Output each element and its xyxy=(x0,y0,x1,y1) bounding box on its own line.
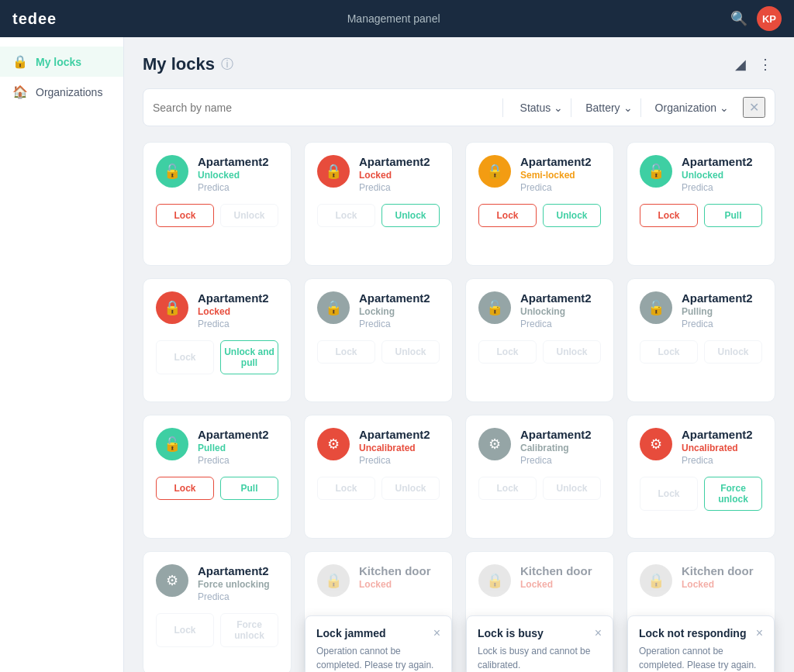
card-btn-unlock-and-pull[interactable]: Unlock and pull xyxy=(220,340,278,374)
card-top: 🔓 Apartament2 Unlocking Predica xyxy=(478,291,601,329)
filter-divider xyxy=(502,98,503,117)
card-name: Apartament2 xyxy=(520,155,601,168)
lock-card: 🔒 Apartament2 Locked Predica LockUnlock … xyxy=(143,278,292,402)
popup-close-btn[interactable]: × xyxy=(433,627,440,639)
lock-card: 🔓 Apartament2 Unlocked Predica LockPull xyxy=(627,142,775,266)
card-btn-unlock: Unlock xyxy=(543,340,601,364)
card-btn-unlock: Unlock xyxy=(543,477,601,500)
card-org: Predica xyxy=(520,182,601,193)
card-top: 🔒 Kitchen door Locked xyxy=(317,564,440,597)
card-buttons: LockUnlock xyxy=(317,204,440,227)
card-info: Apartament2 Unlocked Predica xyxy=(682,155,762,193)
card-buttons: LockPull xyxy=(640,204,762,227)
popup-title: Lock jammed xyxy=(316,627,385,639)
page-title-row: My locks ⓘ xyxy=(143,54,233,74)
card-status: Unlocking xyxy=(520,306,601,317)
lock-icon: 🔒 xyxy=(478,155,511,188)
card-info: Kitchen door Locked xyxy=(520,564,601,591)
card-org: Predica xyxy=(520,319,601,329)
card-status: Pulled xyxy=(198,443,278,453)
logo: tedee xyxy=(12,10,57,28)
card-btn-lock: Lock xyxy=(156,613,214,647)
chevron-down-icon: ⌄ xyxy=(623,102,633,114)
card-info: Apartament2 Locked Predica xyxy=(359,155,440,193)
topnav-right: 🔍 KP xyxy=(730,6,782,31)
popup-title: Lock is busy xyxy=(478,627,544,639)
card-btn-pull[interactable]: Pull xyxy=(220,477,278,500)
card-top: 🔒 Apartament2 Semi-locked Predica xyxy=(478,155,601,193)
card-org: Predica xyxy=(198,455,278,466)
card-buttons: LockUnlock xyxy=(478,477,601,500)
card-popup: Lock jammed × Operation cannot be comple… xyxy=(305,615,452,672)
card-info: Apartament2 Calibrating Predica xyxy=(520,428,601,466)
card-name: Apartament2 xyxy=(682,428,762,441)
organization-filter[interactable]: Organization ⌄ xyxy=(647,98,737,117)
card-name: Apartament2 xyxy=(520,428,601,441)
card-btn-lock[interactable]: Lock xyxy=(640,204,698,227)
card-buttons: LockUnlock xyxy=(317,340,440,364)
lock-icon: 🔒 xyxy=(640,564,672,597)
info-icon[interactable]: ⓘ xyxy=(221,57,233,73)
card-org: Predica xyxy=(520,455,601,466)
popup-text: Operation cannot be completed. Please tr… xyxy=(316,644,440,672)
avatar[interactable]: KP xyxy=(757,6,782,31)
lock-icon: ⚙ xyxy=(478,428,511,460)
card-btn-lock[interactable]: Lock xyxy=(156,204,214,227)
card-btn-lock[interactable]: Lock xyxy=(478,204,537,227)
home-icon: 🏠 xyxy=(12,84,28,99)
card-btn-unlock[interactable]: Unlock xyxy=(381,204,440,227)
card-org: Predica xyxy=(682,319,762,329)
card-btn-lock: Lock xyxy=(640,340,698,364)
card-top: 🔓 Apartament2 Pulled Predica xyxy=(156,428,278,466)
card-name: Kitchen door xyxy=(359,564,440,577)
card-info: Apartament2 Pulled Predica xyxy=(198,428,278,466)
card-status: Semi-locked xyxy=(520,170,601,181)
card-btn-lock: Lock xyxy=(317,204,375,227)
search-icon[interactable]: 🔍 xyxy=(730,10,747,27)
popup-title-row: Lock jammed × xyxy=(316,627,440,639)
filter-icon-btn[interactable]: ◢ xyxy=(732,53,749,76)
card-info: Apartament2 Uncalibrated Predica xyxy=(359,428,440,466)
card-btn-pull[interactable]: Pull xyxy=(704,204,762,227)
card-info: Apartament2 Locking Predica xyxy=(359,291,440,329)
lock-card: 🔒 Apartament2 Locking Predica LockUnlock xyxy=(304,278,453,402)
card-buttons: LockUnlock xyxy=(156,204,278,227)
more-options-btn[interactable]: ⋮ xyxy=(755,53,775,76)
card-buttons: LockUnlock xyxy=(640,340,762,364)
battery-filter[interactable]: Battery ⌄ xyxy=(578,98,640,117)
lock-icon: 🔓 xyxy=(640,291,672,324)
lock-card: 🔒 Kitchen door Locked Lock is busy × Loc… xyxy=(465,551,614,672)
card-org: Predica xyxy=(198,591,278,602)
card-top: ⚙ Apartament2 Uncalibrated Predica xyxy=(640,428,762,466)
card-info: Kitchen door Locked xyxy=(359,564,440,591)
page-header: My locks ⓘ ◢ ⋮ xyxy=(143,53,775,76)
lock-icon: 🔒 xyxy=(478,564,511,597)
card-name: Apartament2 xyxy=(198,155,278,168)
card-name: Kitchen door xyxy=(682,564,762,577)
card-btn-lock: Lock xyxy=(317,477,375,500)
status-filter[interactable]: Status ⌄ xyxy=(513,98,572,117)
lock-card: 🔒 Kitchen door Locked Lock not respondin… xyxy=(627,551,775,672)
sidebar-item-my-locks[interactable]: 🔒 My locks xyxy=(0,47,123,77)
sidebar-item-organizations[interactable]: 🏠 Organizations xyxy=(0,77,123,107)
filter-clear-btn[interactable]: ✕ xyxy=(743,97,765,118)
card-btn-force-unlock: Force unlock xyxy=(220,613,278,647)
card-btn-unlock[interactable]: Unlock xyxy=(543,204,601,227)
card-top: 🔓 Apartament2 Pulling Predica xyxy=(640,291,762,329)
lock-card: 🔓 Apartament2 Unlocking Predica LockUnlo… xyxy=(465,278,614,402)
card-name: Apartament2 xyxy=(198,428,278,441)
lock-card: 🔓 Apartament2 Unlocked Predica LockUnloc… xyxy=(143,142,292,266)
card-btn-lock[interactable]: Lock xyxy=(156,477,214,500)
card-info: Apartament2 Semi-locked Predica xyxy=(520,155,601,193)
card-name: Apartament2 xyxy=(198,291,278,305)
main-content: My locks ⓘ ◢ ⋮ Status ⌄ Battery ⌄ Organi… xyxy=(124,37,794,672)
card-name: Apartament2 xyxy=(682,155,762,168)
popup-close-btn[interactable]: × xyxy=(756,627,763,639)
lock-icon: 🔓 xyxy=(640,155,672,188)
card-buttons: LockUnlock xyxy=(478,204,601,227)
card-btn-force-unlock[interactable]: Force unlock xyxy=(704,477,762,511)
lock-icon: 🔓 xyxy=(478,291,511,324)
card-name: Apartament2 xyxy=(359,155,440,168)
popup-close-btn[interactable]: × xyxy=(595,627,602,639)
search-input[interactable] xyxy=(153,102,493,114)
